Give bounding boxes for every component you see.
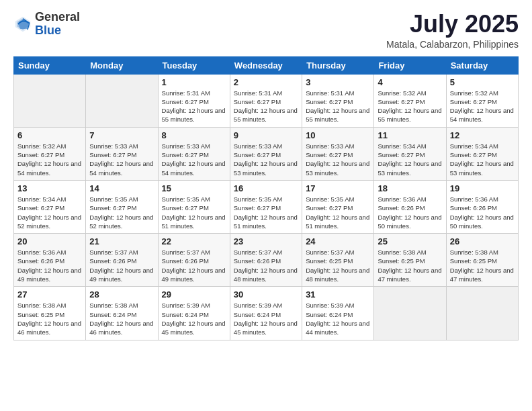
logo-blue: Blue (35, 24, 61, 37)
calendar-week-row-5: 27Sunrise: 5:38 AMSunset: 6:25 PMDayligh… (14, 287, 519, 340)
day-number: 6 (17, 130, 82, 140)
header-tuesday: Tuesday (158, 56, 230, 74)
day-info: Sunrise: 5:32 AMSunset: 6:27 PMDaylight:… (450, 89, 515, 124)
header-wednesday: Wednesday (230, 56, 302, 74)
day-info: Sunrise: 5:37 AMSunset: 6:26 PMDaylight:… (89, 248, 154, 283)
calendar-cell-4-2: 21Sunrise: 5:37 AMSunset: 6:26 PMDayligh… (86, 234, 158, 287)
calendar-cell-4-4: 23Sunrise: 5:37 AMSunset: 6:26 PMDayligh… (230, 234, 302, 287)
calendar-cell-5-3: 29Sunrise: 5:39 AMSunset: 6:24 PMDayligh… (158, 287, 230, 340)
header-sunday: Sunday (14, 56, 86, 74)
day-number: 31 (306, 289, 370, 300)
calendar-cell-3-4: 16Sunrise: 5:35 AMSunset: 6:27 PMDayligh… (230, 180, 302, 233)
day-number: 18 (378, 183, 442, 193)
calendar-cell-2-6: 11Sunrise: 5:34 AMSunset: 6:27 PMDayligh… (374, 127, 446, 180)
day-number: 24 (306, 236, 370, 246)
day-info: Sunrise: 5:34 AMSunset: 6:27 PMDaylight:… (450, 142, 515, 177)
title-block: July 2025 Matala, Calabarzon, Philippine… (386, 11, 519, 50)
day-info: Sunrise: 5:37 AMSunset: 6:26 PMDaylight:… (162, 248, 226, 283)
day-number: 20 (17, 236, 82, 246)
calendar-week-row-4: 20Sunrise: 5:36 AMSunset: 6:26 PMDayligh… (14, 234, 519, 287)
weekday-header-row: Sunday Monday Tuesday Wednesday Thursday… (14, 56, 519, 74)
day-info: Sunrise: 5:31 AMSunset: 6:27 PMDaylight:… (162, 89, 226, 124)
day-info: Sunrise: 5:36 AMSunset: 6:26 PMDaylight:… (17, 248, 82, 283)
day-number: 27 (17, 289, 82, 300)
day-number: 12 (450, 130, 515, 140)
calendar-week-row-2: 6Sunrise: 5:32 AMSunset: 6:27 PMDaylight… (14, 127, 519, 180)
logo: General Blue (13, 11, 80, 38)
day-info: Sunrise: 5:32 AMSunset: 6:27 PMDaylight:… (378, 89, 442, 124)
header-saturday: Saturday (446, 56, 518, 74)
header-monday: Monday (86, 56, 158, 74)
calendar-cell-2-3: 8Sunrise: 5:33 AMSunset: 6:27 PMDaylight… (158, 127, 230, 180)
day-info: Sunrise: 5:35 AMSunset: 6:27 PMDaylight:… (89, 195, 154, 230)
calendar-cell-3-5: 17Sunrise: 5:35 AMSunset: 6:27 PMDayligh… (302, 180, 374, 233)
day-number: 9 (234, 130, 298, 140)
calendar-cell-4-3: 22Sunrise: 5:37 AMSunset: 6:26 PMDayligh… (158, 234, 230, 287)
calendar-cell-1-4: 2Sunrise: 5:31 AMSunset: 6:27 PMDaylight… (230, 74, 302, 127)
month-year: July 2025 (386, 11, 519, 38)
calendar-cell-3-3: 15Sunrise: 5:35 AMSunset: 6:27 PMDayligh… (158, 180, 230, 233)
day-info: Sunrise: 5:34 AMSunset: 6:27 PMDaylight:… (378, 142, 442, 177)
day-info: Sunrise: 5:36 AMSunset: 6:26 PMDaylight:… (378, 195, 442, 230)
calendar-cell-3-6: 18Sunrise: 5:36 AMSunset: 6:26 PMDayligh… (374, 180, 446, 233)
day-info: Sunrise: 5:36 AMSunset: 6:26 PMDaylight:… (450, 195, 515, 230)
calendar-cell-5-6 (374, 287, 446, 340)
day-number: 14 (89, 183, 154, 193)
day-number: 26 (450, 236, 515, 246)
calendar-cell-3-1: 13Sunrise: 5:34 AMSunset: 6:27 PMDayligh… (14, 180, 86, 233)
header-friday: Friday (374, 56, 446, 74)
calendar-cell-5-5: 31Sunrise: 5:39 AMSunset: 6:24 PMDayligh… (302, 287, 374, 340)
calendar-cell-5-2: 28Sunrise: 5:38 AMSunset: 6:24 PMDayligh… (86, 287, 158, 340)
day-number: 29 (162, 289, 226, 300)
calendar-table: Sunday Monday Tuesday Wednesday Thursday… (13, 56, 519, 340)
calendar-cell-1-5: 3Sunrise: 5:31 AMSunset: 6:27 PMDaylight… (302, 74, 374, 127)
day-info: Sunrise: 5:33 AMSunset: 6:27 PMDaylight:… (162, 142, 226, 177)
day-number: 2 (234, 77, 298, 87)
day-number: 13 (17, 183, 82, 193)
calendar-cell-2-7: 12Sunrise: 5:34 AMSunset: 6:27 PMDayligh… (446, 127, 518, 180)
calendar-week-row-1: 1Sunrise: 5:31 AMSunset: 6:27 PMDaylight… (14, 74, 519, 127)
day-number: 25 (378, 236, 442, 246)
header-thursday: Thursday (302, 56, 374, 74)
calendar-cell-5-1: 27Sunrise: 5:38 AMSunset: 6:25 PMDayligh… (14, 287, 86, 340)
day-number: 21 (89, 236, 154, 246)
day-number: 19 (450, 183, 515, 193)
day-info: Sunrise: 5:38 AMSunset: 6:25 PMDaylight:… (17, 301, 82, 336)
calendar-cell-1-2 (86, 74, 158, 127)
day-info: Sunrise: 5:38 AMSunset: 6:24 PMDaylight:… (89, 301, 154, 336)
calendar-cell-1-3: 1Sunrise: 5:31 AMSunset: 6:27 PMDaylight… (158, 74, 230, 127)
calendar-cell-5-7 (446, 287, 518, 340)
day-info: Sunrise: 5:39 AMSunset: 6:24 PMDaylight:… (234, 301, 298, 336)
calendar-cell-3-7: 19Sunrise: 5:36 AMSunset: 6:26 PMDayligh… (446, 180, 518, 233)
day-info: Sunrise: 5:35 AMSunset: 6:27 PMDaylight:… (306, 195, 370, 230)
day-info: Sunrise: 5:35 AMSunset: 6:27 PMDaylight:… (234, 195, 298, 230)
calendar-cell-1-7: 5Sunrise: 5:32 AMSunset: 6:27 PMDaylight… (446, 74, 518, 127)
day-info: Sunrise: 5:38 AMSunset: 6:25 PMDaylight:… (378, 248, 442, 283)
day-info: Sunrise: 5:31 AMSunset: 6:27 PMDaylight:… (234, 89, 298, 124)
calendar-cell-5-4: 30Sunrise: 5:39 AMSunset: 6:24 PMDayligh… (230, 287, 302, 340)
calendar-page: General Blue July 2025 Matala, Calabarzo… (0, 0, 532, 411)
day-number: 1 (162, 77, 226, 87)
logo-icon (13, 15, 32, 34)
day-number: 8 (162, 130, 226, 140)
calendar-cell-2-4: 9Sunrise: 5:33 AMSunset: 6:27 PMDaylight… (230, 127, 302, 180)
day-number: 5 (450, 77, 515, 87)
day-info: Sunrise: 5:33 AMSunset: 6:27 PMDaylight:… (89, 142, 154, 177)
header: General Blue July 2025 Matala, Calabarzo… (13, 11, 519, 50)
day-info: Sunrise: 5:38 AMSunset: 6:25 PMDaylight:… (450, 248, 515, 283)
day-number: 4 (378, 77, 442, 87)
day-info: Sunrise: 5:37 AMSunset: 6:26 PMDaylight:… (234, 248, 298, 283)
day-info: Sunrise: 5:33 AMSunset: 6:27 PMDaylight:… (306, 142, 370, 177)
day-number: 15 (162, 183, 226, 193)
day-info: Sunrise: 5:34 AMSunset: 6:27 PMDaylight:… (17, 195, 82, 230)
calendar-cell-2-2: 7Sunrise: 5:33 AMSunset: 6:27 PMDaylight… (86, 127, 158, 180)
day-number: 3 (306, 77, 370, 87)
calendar-cell-3-2: 14Sunrise: 5:35 AMSunset: 6:27 PMDayligh… (86, 180, 158, 233)
calendar-week-row-3: 13Sunrise: 5:34 AMSunset: 6:27 PMDayligh… (14, 180, 519, 233)
day-number: 30 (234, 289, 298, 300)
calendar-cell-4-7: 26Sunrise: 5:38 AMSunset: 6:25 PMDayligh… (446, 234, 518, 287)
calendar-cell-1-6: 4Sunrise: 5:32 AMSunset: 6:27 PMDaylight… (374, 74, 446, 127)
day-number: 7 (89, 130, 154, 140)
calendar-cell-2-5: 10Sunrise: 5:33 AMSunset: 6:27 PMDayligh… (302, 127, 374, 180)
day-info: Sunrise: 5:39 AMSunset: 6:24 PMDaylight:… (306, 301, 370, 336)
